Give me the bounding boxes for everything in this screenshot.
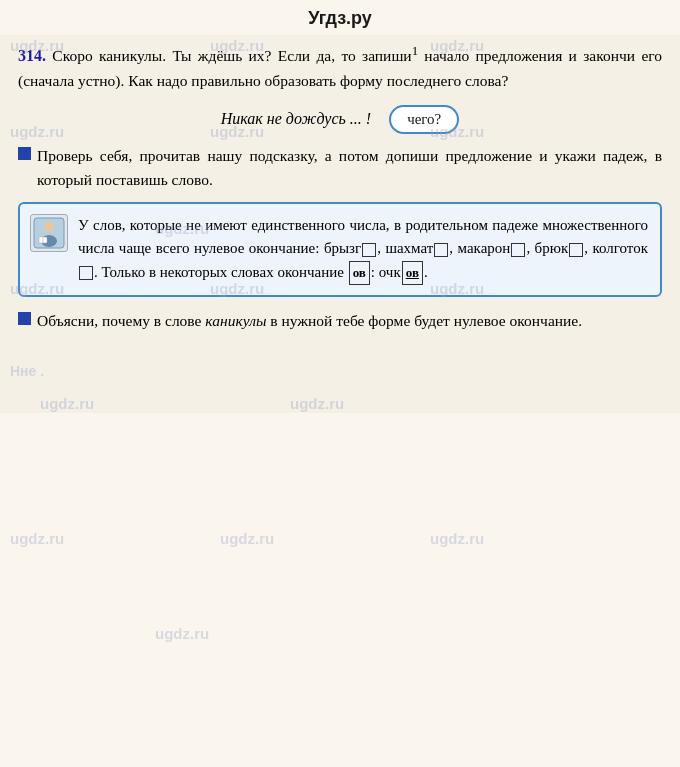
info-icon: [30, 214, 68, 252]
site-title: Угдз.ру: [308, 8, 372, 28]
question-bubble: чего?: [389, 105, 459, 134]
ending-box-4: [569, 243, 583, 257]
main-content: ugdz.ru ugdz.ru ugdz.ru ugdz.ru ugdz.ru …: [0, 35, 680, 353]
info-svg: [33, 217, 65, 249]
ending-box-1: [362, 243, 376, 257]
watermark-14: ugdz.ru: [220, 530, 274, 547]
task-block: 314. Скоро каникулы. Ты ждёшь их? Если д…: [18, 41, 662, 93]
explain-bullet: [18, 312, 31, 325]
task-text1: Скоро каникулы. Ты ждёшь их? Если да, то…: [46, 47, 412, 64]
ending-box-ov-label: ов: [349, 261, 370, 285]
info-text-content: У слов, которые не имеют единственного ч…: [78, 214, 648, 285]
explain-block: Объясни, почему в слове каникулы в нужно…: [18, 309, 662, 333]
ending-box-5: [79, 266, 93, 280]
ending-box-3: [511, 243, 525, 257]
explain-text: Объясни, почему в слове каникулы в нужно…: [37, 309, 582, 333]
info-box: У слов, которые не имеют единственного ч…: [18, 202, 662, 297]
bottom-watermark-left: Нне .: [10, 363, 44, 379]
task-number: 314.: [18, 47, 46, 64]
header: Угдз.ру: [0, 0, 680, 35]
ending-box-ov-example: ов: [402, 261, 423, 285]
check-text: Проверь себя, прочитав нашу подсказку, а…: [37, 144, 662, 192]
watermark-13: ugdz.ru: [10, 530, 64, 547]
page-container: Угдз.ру ugdz.ru ugdz.ru ugdz.ru ugdz.ru …: [0, 0, 680, 767]
watermark-15: ugdz.ru: [430, 530, 484, 547]
ending-box-2: [434, 243, 448, 257]
center-text: Никак не дождусь ... !: [221, 110, 371, 128]
center-line: Никак не дождусь ... ! чего?: [18, 105, 662, 134]
watermark-16: ugdz.ru: [155, 625, 209, 642]
svg-point-1: [44, 222, 54, 232]
check-bullet: [18, 147, 31, 160]
bottom-area: Нне .: [0, 353, 680, 413]
check-block: Проверь себя, прочитав нашу подсказку, а…: [18, 144, 662, 192]
